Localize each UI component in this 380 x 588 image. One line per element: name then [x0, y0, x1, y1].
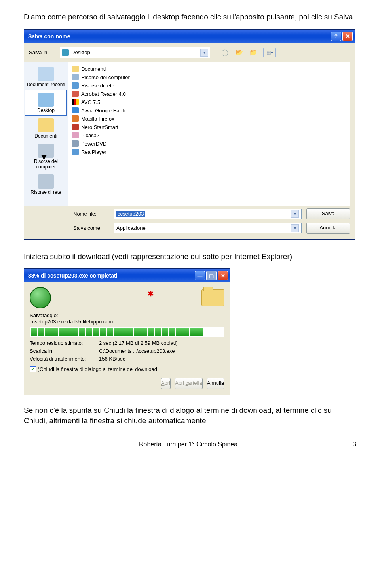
places-bar: Documenti recenti Desktop Documenti Riso…: [24, 62, 68, 206]
minimize-button[interactable]: —: [195, 271, 205, 280]
filename-label: Nome file:: [73, 211, 109, 217]
cancel-button[interactable]: Annulla: [207, 378, 224, 389]
dest-value: C:\Documents ...\ccsetup203.exe: [99, 348, 224, 354]
list-item[interactable]: Nero StartSmart: [72, 123, 346, 131]
filename-input[interactable]: ccsetup203 ▾: [114, 209, 302, 219]
new-folder-icon[interactable]: 📁: [249, 48, 258, 57]
back-icon[interactable]: ◯: [220, 48, 229, 57]
up-folder-icon[interactable]: 📂: [235, 48, 243, 57]
place-recent[interactable]: Documenti recenti: [25, 64, 66, 90]
place-network[interactable]: Risorse di rete: [25, 172, 66, 197]
list-item[interactable]: Mozilla Firefox: [72, 115, 346, 123]
saving-label: Salvataggio:: [30, 312, 224, 318]
arrow-head-icon: [41, 155, 47, 160]
titlebar[interactable]: 88% di ccsetup203.exe completati — ▢ ✕: [24, 269, 230, 282]
place-desktop[interactable]: Desktop: [25, 90, 67, 116]
list-item[interactable]: Acrobat Reader 4.0: [72, 90, 346, 98]
mid-text: Inizierà subito il download (vedi rappre…: [24, 251, 356, 262]
dest-label: Scarica in:: [30, 348, 99, 354]
page-number: 3: [353, 441, 356, 448]
speed-label: Velocità di trasferimento:: [30, 356, 99, 362]
view-menu-icon[interactable]: ▦▾: [263, 48, 276, 57]
time-label: Tempo residuo stimato:: [30, 340, 99, 346]
savetype-label: Salva come:: [73, 225, 109, 231]
savein-label: Salva in:: [29, 49, 57, 55]
saving-value: ccsetup203.exe da fs5.filehippo.com: [30, 319, 224, 325]
transfer-star-icon: ✱: [148, 289, 154, 298]
arrow-line: [44, 28, 44, 157]
checkbox-icon[interactable]: ✓: [30, 366, 36, 372]
save-button[interactable]: Salva: [306, 208, 350, 219]
savein-toolbar: Salva in: Desktop ▾ ◯ 📂 📁 ▦▾: [24, 43, 355, 62]
close-on-finish-checkbox[interactable]: ✓ Chiudi la finestra di dialogo al termi…: [30, 366, 224, 372]
help-button[interactable]: ?: [331, 32, 341, 41]
chevron-down-icon[interactable]: ▾: [200, 49, 208, 57]
savein-combo[interactable]: Desktop ▾: [60, 47, 210, 58]
time-value: 2 sec (2,17 MB di 2,59 MB copiati): [99, 340, 224, 346]
file-list[interactable]: Documenti Risorse del computer Risorse d…: [68, 62, 350, 206]
chevron-down-icon[interactable]: ▾: [291, 210, 299, 218]
checkbox-label: Chiudi la finestra di dialogo al termine…: [38, 366, 158, 372]
folder-icon: [201, 289, 224, 306]
savetype-value: Applicazione: [116, 225, 146, 231]
cancel-button[interactable]: Annulla: [306, 223, 350, 234]
save-as-dialog: Salva con nome ? ✕ Salva in: Desktop ▾ ◯…: [24, 29, 355, 240]
dialog-title: 88% di ccsetup203.exe completati: [28, 272, 194, 279]
list-item[interactable]: Risorse del computer: [72, 73, 346, 81]
list-item[interactable]: Picasa2: [72, 131, 346, 140]
filename-value: ccsetup203: [116, 211, 145, 217]
close-button[interactable]: ✕: [342, 32, 353, 41]
list-item[interactable]: RealPlayer: [72, 148, 346, 156]
list-item[interactable]: Avvia Google Earth: [72, 106, 346, 115]
titlebar[interactable]: Salva con nome ? ✕: [24, 30, 355, 43]
open-folder-button: Apri cartella: [175, 378, 203, 389]
place-documents[interactable]: Documenti: [25, 116, 66, 141]
outro-text: Se non c'è la spunta su Chiudi la finest…: [24, 405, 356, 425]
list-item[interactable]: PowerDVD: [72, 140, 346, 148]
dialog-title: Salva con nome: [28, 33, 330, 40]
open-button: Apri: [161, 378, 171, 389]
footer-left: Roberta Turri per 1° Circolo Spinea: [139, 441, 238, 448]
list-item[interactable]: Documenti: [72, 65, 346, 73]
savein-value: Desktop: [71, 49, 90, 55]
speed-value: 156 KB/sec: [99, 356, 224, 362]
download-progress-dialog: 88% di ccsetup203.exe completati — ▢ ✕ ✱…: [24, 268, 230, 395]
progress-bar: [30, 327, 224, 337]
desktop-icon: [62, 49, 69, 56]
intro-text: Diamo come percorso di salvataggio il de…: [24, 12, 356, 22]
savetype-combo[interactable]: Applicazione ▾: [114, 223, 302, 233]
list-item[interactable]: AVG 7.5: [72, 98, 346, 106]
maximize-button: ▢: [206, 271, 217, 280]
list-item[interactable]: Risorse di rete: [72, 81, 346, 90]
chevron-down-icon[interactable]: ▾: [291, 224, 299, 232]
close-button[interactable]: ✕: [218, 271, 228, 280]
globe-icon: [30, 287, 51, 308]
